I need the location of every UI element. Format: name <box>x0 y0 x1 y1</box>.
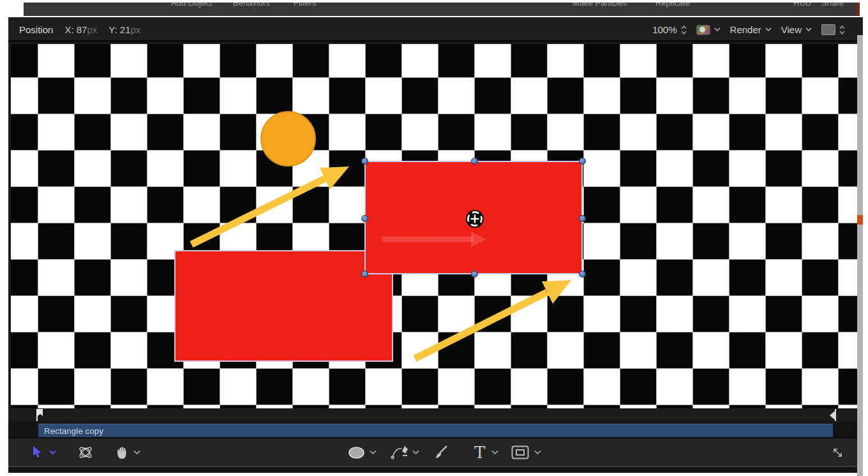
stepper-icon[interactable] <box>681 25 687 35</box>
menu-item-make-particles[interactable]: Make Particles <box>572 3 627 8</box>
hand-icon <box>115 445 129 459</box>
viewer-status-bar: Position X: 87px Y: 21px 100% Render Vie… <box>8 17 863 42</box>
chevron-down-icon <box>491 450 498 455</box>
clipped-top-toolbar: Add Object Behaviors Filters Make Partic… <box>24 3 860 16</box>
select-tool-button[interactable] <box>32 438 42 466</box>
menu-item-replicate[interactable]: Replicate <box>655 3 690 8</box>
menu-item-behaviors[interactable]: Behaviors <box>233 3 270 8</box>
pan-tool-menu[interactable] <box>133 438 140 466</box>
ellipse-tool-menu[interactable] <box>370 438 377 466</box>
window-bottom-strip <box>8 467 863 473</box>
zoom-level-value[interactable]: 100% <box>652 24 677 35</box>
timeline-end-line <box>835 409 836 421</box>
handle-bottom-center[interactable] <box>471 271 478 278</box>
composition-canvas[interactable] <box>11 44 857 408</box>
rectangle-tool-menu[interactable] <box>534 438 541 466</box>
bezier-pen-icon <box>390 445 410 460</box>
paint-brush-icon <box>434 445 449 460</box>
resize-viewer-button[interactable] <box>830 438 845 466</box>
menu-item-add-object[interactable]: Add Object <box>171 3 212 8</box>
anchor-point-icon[interactable] <box>465 209 484 228</box>
3d-transform-tool-button[interactable] <box>77 438 94 466</box>
stepper-icon[interactable] <box>839 25 845 35</box>
timeline-layer-row: Rectangle copy <box>8 423 863 438</box>
color-channel-control[interactable] <box>696 25 721 35</box>
timeline-clip-label: Rectangle copy <box>38 426 103 436</box>
mini-timeline-track[interactable] <box>8 408 863 422</box>
handle-mid-right[interactable] <box>579 215 586 222</box>
handle-top-center[interactable] <box>471 158 478 165</box>
handle-mid-left[interactable] <box>361 215 368 222</box>
3d-transform-icon <box>77 444 94 461</box>
window-edge-notch <box>857 3 860 16</box>
chevron-down-icon[interactable] <box>765 27 772 32</box>
canvas-toolbar: T <box>8 438 863 466</box>
handle-top-right[interactable] <box>579 158 586 165</box>
position-y-value: Y: 21px <box>108 24 140 35</box>
position-label: Position <box>19 24 53 35</box>
zoom-level-control[interactable]: 100% <box>652 24 686 35</box>
rectangle-tool-icon <box>511 445 529 459</box>
chevron-down-icon <box>534 450 541 455</box>
playhead-flag-icon[interactable] <box>38 409 43 416</box>
menu-item-share[interactable]: Share <box>821 3 844 8</box>
chevron-down-icon <box>133 450 140 455</box>
handle-top-left[interactable] <box>361 158 368 165</box>
handle-bottom-left[interactable] <box>361 271 368 278</box>
text-tool-icon: T <box>474 444 485 461</box>
right-edge-scrollbar[interactable] <box>857 35 863 476</box>
chevron-down-icon[interactable] <box>714 27 721 32</box>
menu-item-hud[interactable]: HUD <box>793 3 811 8</box>
layout-control[interactable] <box>821 24 845 35</box>
bezier-tool-button[interactable] <box>390 438 410 466</box>
text-tool-menu[interactable] <box>491 438 498 466</box>
yellow-arrow-lower-right <box>415 280 571 359</box>
resize-diagonal-icon <box>830 445 845 460</box>
select-tool-menu[interactable] <box>49 438 56 466</box>
text-tool-button[interactable]: T <box>474 438 485 466</box>
scrollbar-orange-marker <box>857 215 863 225</box>
select-arrow-icon <box>32 446 42 459</box>
menu-item-filters[interactable]: Filters <box>294 3 316 8</box>
bezier-tool-menu[interactable] <box>412 438 419 466</box>
layout-swatch-icon[interactable] <box>821 24 835 35</box>
timeline-clip-bar[interactable]: Rectangle copy <box>38 424 833 437</box>
timeline-end-marker-icon[interactable] <box>830 411 835 420</box>
red-rectangle-shape[interactable] <box>174 250 393 362</box>
orange-circle-shape[interactable] <box>260 111 316 167</box>
view-menu-label[interactable]: View <box>781 24 802 35</box>
view-menu[interactable]: View <box>781 24 812 35</box>
yellow-arrow-lower-left <box>191 167 349 244</box>
red-rectangle-copy-shape-selected[interactable] <box>364 161 583 274</box>
render-menu[interactable]: Render <box>730 24 772 35</box>
handle-bottom-right[interactable] <box>579 271 586 278</box>
render-menu-label[interactable]: Render <box>730 24 761 35</box>
pan-tool-button[interactable] <box>115 438 129 466</box>
position-x-value: X: 87px <box>64 24 97 35</box>
viewer-window: Position X: 87px Y: 21px 100% Render Vie… <box>8 17 863 473</box>
ellipse-tool-button[interactable] <box>348 438 365 466</box>
rectangle-tool-button[interactable] <box>511 438 529 466</box>
ellipse-icon <box>348 446 365 459</box>
color-channel-swatch-icon[interactable] <box>696 25 710 35</box>
chevron-down-icon <box>49 450 56 455</box>
chevron-down-icon <box>370 450 377 455</box>
playhead-icon[interactable] <box>36 409 38 421</box>
chevron-down-icon[interactable] <box>805 27 812 32</box>
chevron-down-icon <box>412 450 419 455</box>
paint-stroke-tool-button[interactable] <box>434 438 449 466</box>
